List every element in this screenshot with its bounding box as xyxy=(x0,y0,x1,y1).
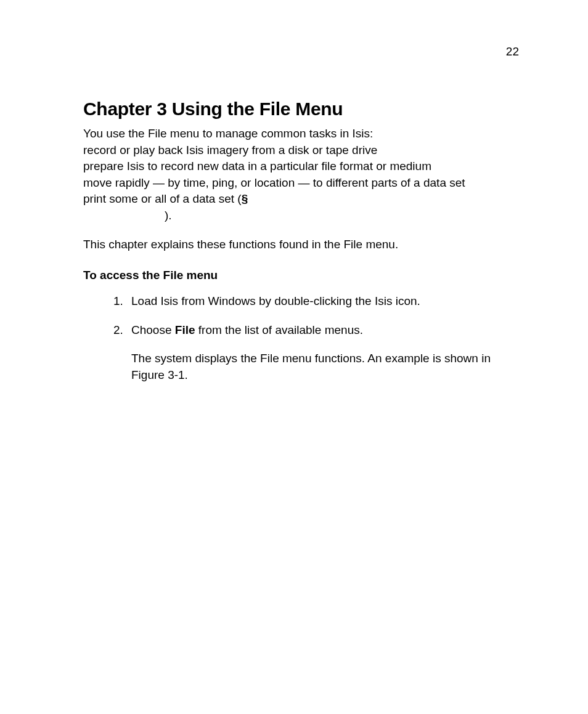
intro-line-2: record or play back Isis imagery from a … xyxy=(83,142,522,159)
section-symbol: § xyxy=(242,192,248,205)
step-2-suffix: from the list of available menus. xyxy=(195,323,363,336)
step-2-prefix: Choose xyxy=(131,323,175,336)
intro-line-4: move rapidly — by time, ping, or locatio… xyxy=(83,175,522,192)
intro-line-5-prefix: print some or all of a data set ( xyxy=(83,192,242,205)
document-content: Chapter 3 Using the File Menu You use th… xyxy=(83,99,522,396)
intro-line-5: print some or all of a data set (§ xyxy=(83,191,522,208)
intro-line-1: You use the File menu to manage common t… xyxy=(83,126,522,142)
intro-block: You use the File menu to manage common t… xyxy=(83,126,522,224)
step-1-text: Load Isis from Windows by double-clickin… xyxy=(131,294,420,307)
intro-line-6-paren: ). xyxy=(83,208,522,224)
explain-paragraph: This chapter explains these functions fo… xyxy=(83,237,522,253)
step-1: Load Isis from Windows by double-clickin… xyxy=(126,293,522,310)
subheading-access-file-menu: To access the File menu xyxy=(83,269,522,282)
page-number: 22 xyxy=(506,45,519,59)
step-2-bold-file: File xyxy=(175,323,195,336)
chapter-title: Chapter 3 Using the File Menu xyxy=(83,99,522,120)
step-2-body: The system displays the File menu functi… xyxy=(131,351,522,383)
intro-line-3: prepare Isis to record new data in a par… xyxy=(83,158,522,175)
step-2: Choose File from the list of available m… xyxy=(126,322,522,384)
steps-list: Load Isis from Windows by double-clickin… xyxy=(112,293,522,383)
